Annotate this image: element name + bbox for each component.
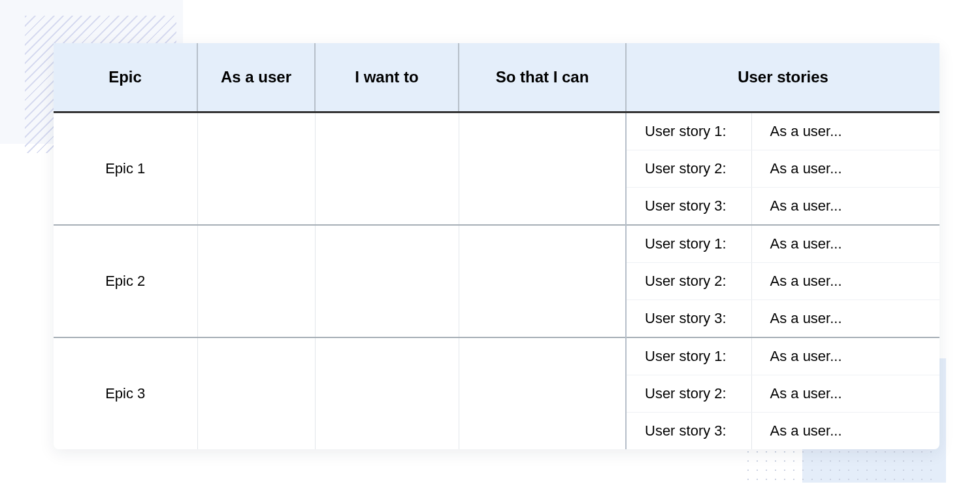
cell-user-story-text: As a user... xyxy=(751,112,939,150)
epic-user-story-table-card: Epic As a user I want to So that I can U… xyxy=(54,43,939,449)
cell-user-story-label: User story 3: xyxy=(626,413,751,450)
col-header-user-stories: User stories xyxy=(626,43,939,112)
cell-as-a-user xyxy=(197,337,315,449)
cell-user-story-text: As a user... xyxy=(751,337,939,375)
col-header-as-a-user: As a user xyxy=(197,43,315,112)
cell-epic: Epic 1 xyxy=(54,112,197,226)
cell-user-story-label: User story 1: xyxy=(626,112,751,150)
cell-user-story-text: As a user... xyxy=(751,263,939,300)
cell-user-story-label: User story 2: xyxy=(626,263,751,300)
cell-user-story-label: User story 2: xyxy=(626,150,751,188)
cell-epic: Epic 2 xyxy=(54,225,197,337)
cell-user-story-label: User story 3: xyxy=(626,188,751,226)
col-header-i-want-to: I want to xyxy=(315,43,459,112)
cell-so-that xyxy=(459,225,626,337)
cell-user-story-text: As a user... xyxy=(751,375,939,413)
cell-user-story-text: As a user... xyxy=(751,188,939,226)
cell-user-story-text: As a user... xyxy=(751,300,939,338)
table-row: Epic 2 User story 1: As a user... xyxy=(54,225,939,263)
cell-user-story-text: As a user... xyxy=(751,225,939,263)
cell-i-want-to xyxy=(315,112,459,226)
cell-i-want-to xyxy=(315,225,459,337)
cell-user-story-label: User story 1: xyxy=(626,225,751,263)
cell-user-story-text: As a user... xyxy=(751,413,939,450)
col-header-so-that: So that I can xyxy=(459,43,626,112)
col-header-epic: Epic xyxy=(54,43,197,112)
cell-i-want-to xyxy=(315,337,459,449)
cell-as-a-user xyxy=(197,225,315,337)
cell-user-story-label: User story 2: xyxy=(626,375,751,413)
table-body: Epic 1 User story 1: As a user... User s… xyxy=(54,112,939,450)
cell-user-story-label: User story 3: xyxy=(626,300,751,338)
table-row: Epic 1 User story 1: As a user... xyxy=(54,112,939,150)
cell-so-that xyxy=(459,112,626,226)
cell-as-a-user xyxy=(197,112,315,226)
table-row: Epic 3 User story 1: As a user... xyxy=(54,337,939,375)
cell-user-story-text: As a user... xyxy=(751,150,939,188)
cell-user-story-label: User story 1: xyxy=(626,337,751,375)
cell-epic: Epic 3 xyxy=(54,337,197,449)
table-header-row: Epic As a user I want to So that I can U… xyxy=(54,43,939,112)
epic-user-story-table: Epic As a user I want to So that I can U… xyxy=(54,43,939,449)
cell-so-that xyxy=(459,337,626,449)
